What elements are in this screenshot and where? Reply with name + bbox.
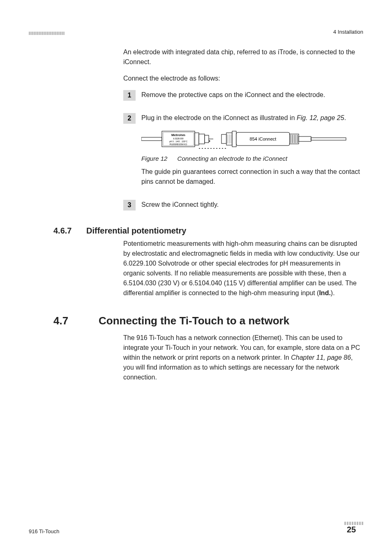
intro-paragraph-1: An electrode with integrated data chip, … bbox=[123, 47, 363, 67]
page-number: 25 bbox=[347, 525, 356, 534]
step-1: 1 Remove the protective caps on the iCon… bbox=[123, 90, 363, 104]
step-2-text: Plug in the electrode on the iConnect as… bbox=[141, 113, 363, 123]
svg-point-7 bbox=[209, 141, 210, 142]
section-4-7-body: The 916 Ti-Touch has a network connectio… bbox=[123, 333, 363, 382]
svg-rect-14 bbox=[232, 131, 236, 147]
step-number-3: 3 bbox=[123, 200, 136, 210]
svg-rect-9 bbox=[221, 134, 226, 143]
section-4-6-7-title: Differential potentiometry bbox=[86, 226, 186, 236]
svg-rect-22 bbox=[299, 136, 311, 141]
header-decoration-left bbox=[29, 32, 65, 35]
figure-12: Metrohm 6.0228.000 pH 0…14/0…100°C Pt100… bbox=[141, 127, 363, 164]
fig-label-brand: Metrohm bbox=[171, 133, 185, 137]
fig-label-l2: pH 0…14/0…100°C bbox=[169, 140, 188, 143]
step-2-after-figure: The guide pin guarantees correct connect… bbox=[141, 167, 363, 187]
page-header: 4 Installation bbox=[29, 29, 363, 35]
chapter-link[interactable]: Chapter 11, page 86 bbox=[291, 354, 351, 361]
figure-link[interactable]: Fig. 12, page 25 bbox=[297, 114, 344, 121]
step-3: 3 Screw the iConnect tightly. bbox=[123, 200, 363, 214]
footer-right: 25 bbox=[344, 522, 363, 534]
fig-label-l1: 6.0228.000 bbox=[173, 137, 183, 140]
step-number-1: 1 bbox=[123, 90, 136, 101]
chapter-reference: 4 Installation bbox=[333, 29, 363, 35]
section-4-6-7-heading: 4.6.7 Differential potentiometry bbox=[29, 226, 363, 236]
figure-number: Figure 12 bbox=[141, 155, 167, 162]
footer-decoration bbox=[344, 522, 363, 525]
svg-rect-4 bbox=[199, 134, 205, 144]
iconnect-diagram-svg: Metrohm 6.0228.000 pH 0…14/0…100°C Pt100… bbox=[141, 127, 347, 152]
page-footer: 916 Ti-Touch 25 bbox=[29, 522, 363, 534]
intro-block: An electrode with integrated data chip, … bbox=[123, 47, 363, 83]
fig-label-l3: Pt1000/B/2/3M KCl bbox=[170, 143, 187, 146]
step-1-text: Remove the protective caps on the iConne… bbox=[141, 90, 363, 100]
figure-caption: Figure 12 Connecting an electrode to the… bbox=[141, 154, 363, 164]
figure-caption-text: Connecting an electrode to the iConnect bbox=[178, 155, 288, 162]
section-4-6-7-body: Potentiometric measurements with high-oh… bbox=[123, 239, 363, 298]
footer-product: 916 Ti-Touch bbox=[29, 528, 59, 534]
svg-rect-23 bbox=[311, 138, 346, 140]
section-4-7-heading: 4.7 Connecting the Ti-Touch to a network bbox=[29, 314, 363, 327]
svg-rect-3 bbox=[195, 133, 199, 145]
section-4-6-7-number: 4.6.7 bbox=[53, 226, 86, 236]
step-3-text: Screw the iConnect tightly. bbox=[141, 200, 363, 210]
svg-rect-0 bbox=[141, 137, 162, 141]
svg-rect-5 bbox=[205, 135, 209, 143]
section-4-7-number: 4.7 bbox=[53, 314, 99, 327]
intro-paragraph-2: Connect the electrode as follows: bbox=[123, 74, 363, 83]
fig-label-iconnect: 854 iConnect bbox=[250, 136, 277, 141]
section-4-7-title: Connecting the Ti-Touch to a network bbox=[99, 314, 289, 327]
step-number-2: 2 bbox=[123, 113, 136, 124]
step-2: 2 Plug in the electrode on the iConnect … bbox=[123, 113, 363, 191]
step-list: 1 Remove the protective caps on the iCon… bbox=[123, 90, 363, 214]
